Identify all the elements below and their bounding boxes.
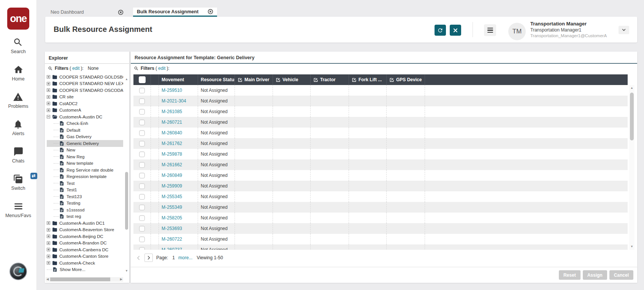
main-driver-cell[interactable] [235,181,273,191]
scroll-left-icon[interactable]: ◀ [46,277,49,281]
fork-lift-cell[interactable] [349,128,387,138]
fork-lift-cell[interactable] [349,244,387,250]
column-header-gps-device[interactable]: GPS Device [387,74,425,85]
tree-item-generic-delivery[interactable]: Generic Delivery [47,140,123,147]
fork-lift-cell[interactable] [349,117,387,128]
tree-item-customera[interactable]: CustomerA [47,107,123,114]
gps-device-cell[interactable] [387,159,425,170]
tractor-cell[interactable] [311,159,349,170]
row-checkbox[interactable] [139,173,145,178]
gps-device-cell[interactable] [387,202,425,213]
tab-close-icon[interactable] [118,9,124,15]
gps-device-cell[interactable] [387,138,425,149]
scrollbar-thumb[interactable] [50,277,110,281]
vehicle-cell[interactable] [273,106,311,117]
main-driver-cell[interactable] [235,223,273,234]
expand-toggle-icon[interactable] [47,102,50,105]
row-checkbox[interactable] [139,120,145,125]
fork-lift-cell[interactable] [349,181,387,191]
sidebar-item-search[interactable]: Search [11,37,26,54]
tree-item-customera-check[interactable]: CustomerA-Check [47,260,123,266]
tree-item-default[interactable]: Default [47,127,123,134]
vehicle-cell[interactable] [273,202,311,213]
tree-item-customera-austin-dc1[interactable]: CustomerA-Austin DC1 [47,220,123,227]
tree-item-customera-beijing-dc[interactable]: CustomerA-Beijing DC [47,233,123,240]
expand-toggle-icon[interactable] [47,235,50,238]
table-vertical-scrollbar[interactable]: ▲ ▼ [629,85,634,250]
movement-link[interactable]: M-260840 [162,130,182,136]
scrollbar-thumb[interactable] [630,93,634,140]
tree-item-testing[interactable]: Testing [47,200,123,207]
tractor-cell[interactable] [311,85,349,96]
scroll-down-icon[interactable]: ▼ [124,269,129,273]
main-driver-cell[interactable] [235,96,273,106]
movement-link[interactable]: M-260737 [162,247,182,250]
expand-toggle-icon[interactable] [47,261,50,265]
gps-device-cell[interactable] [387,106,425,117]
vehicle-cell[interactable] [273,191,311,202]
explorer-vertical-scrollbar[interactable]: ▲ ▼ [124,75,129,273]
fork-lift-cell[interactable] [349,223,387,234]
gps-device-cell[interactable] [387,244,425,250]
sidebar-item-switch[interactable]: ⇄Switch [11,174,25,191]
vehicle-cell[interactable] [273,96,311,106]
tree-item-show-more[interactable]: Show More... [47,266,123,273]
row-checkbox[interactable] [139,194,145,200]
tractor-cell[interactable] [311,213,349,223]
movement-link[interactable]: M-261085 [162,109,182,114]
gps-device-cell[interactable] [387,117,425,128]
close-page-button[interactable] [450,25,461,36]
header-menu-button[interactable] [484,24,496,36]
main-driver-cell[interactable] [235,149,273,159]
expand-toggle-icon[interactable] [47,109,50,112]
gps-device-cell[interactable] [387,181,425,191]
vehicle-cell[interactable] [273,170,311,181]
sidebar-item-alerts[interactable]: Alerts [12,119,24,136]
gps-device-cell[interactable] [387,96,425,106]
vehicle-cell[interactable] [273,128,311,138]
user-menu-chevron-icon[interactable] [619,26,629,34]
movement-link[interactable]: M-255349 [162,205,182,210]
cancel-button[interactable]: Cancel [609,270,633,280]
gps-device-cell[interactable] [387,223,425,234]
column-header-movement[interactable]: Movement [159,74,198,85]
scroll-down-icon[interactable]: ▼ [629,245,634,249]
column-header-fork-lift[interactable]: Fork Lift ... [349,74,387,85]
tractor-cell[interactable] [311,244,349,250]
main-driver-cell[interactable] [235,244,273,250]
movement-link[interactable]: M-259510 [162,88,182,93]
movement-link[interactable]: M-260721 [162,120,182,125]
row-checkbox[interactable] [139,141,145,147]
expand-toggle-icon[interactable] [47,82,50,85]
prev-page-button[interactable] [136,255,141,260]
row-checkbox[interactable] [139,162,145,168]
tab-bulk-resource-assignment[interactable]: Bulk Resource Assignment [133,8,217,17]
column-header-resource-status[interactable]: Resource Status [198,74,235,85]
row-checkbox[interactable] [139,109,145,115]
tractor-cell[interactable] [311,170,349,181]
fork-lift-cell[interactable] [349,202,387,213]
row-checkbox[interactable] [139,88,145,93]
tree-item-test1[interactable]: Test1 [47,187,123,194]
tractor-cell[interactable] [311,191,349,202]
tractor-cell[interactable] [311,106,349,117]
tree-item-check-enh[interactable]: Check-Enh [47,120,123,127]
select-all-checkbox[interactable] [139,76,146,83]
tree-item-new-template[interactable]: New template [47,160,123,167]
gps-device-cell[interactable] [387,149,425,159]
movement-link[interactable]: M-258205 [162,215,182,221]
row-checkbox[interactable] [139,183,145,189]
sidebar-item-problems[interactable]: Problems [8,92,29,109]
tree-item-customera-austin-dc[interactable]: CustomerA-Austin DC [47,113,123,120]
explorer-horizontal-scrollbar[interactable]: ◀ ▶ [46,277,123,282]
main-driver-cell[interactable] [235,85,273,96]
main-driver-cell[interactable] [235,234,273,244]
user-avatar[interactable]: TM [508,23,526,40]
row-checkbox[interactable] [139,236,145,242]
expand-toggle-icon[interactable] [47,255,50,258]
scroll-up-icon[interactable]: ▲ [629,86,634,90]
assign-button[interactable]: Assign [583,270,607,280]
fork-lift-cell[interactable] [349,149,387,159]
reset-button[interactable]: Reset [559,270,581,280]
expand-toggle-icon[interactable] [47,221,50,225]
